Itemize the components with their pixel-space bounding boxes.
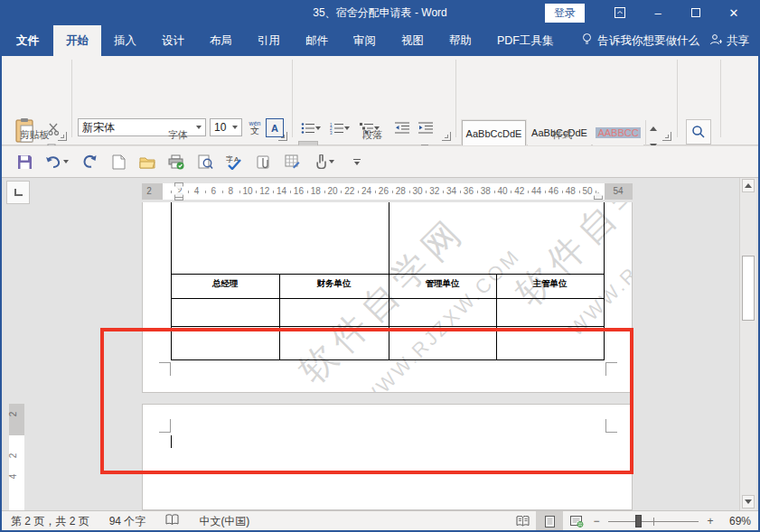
tab-help[interactable]: 帮助 [436,25,484,56]
ruler-tick [528,191,529,193]
table-header-cell[interactable]: 财务单位 [279,278,389,290]
vruler-margin-label: 2 [8,412,18,417]
vertical-ruler[interactable]: 2 2 4 [9,404,24,510]
ruler-tick [171,191,172,193]
ruler-tick [443,191,444,193]
ruler-number: 50 [581,186,594,196]
table-header-cell[interactable]: 管理单位 [389,278,496,290]
styles-group-label: 样式 [530,128,594,142]
maximize-button[interactable] [677,0,715,25]
zoom-out-button[interactable]: − [590,515,603,527]
zoom-slider[interactable] [608,511,699,531]
styles-dialog-launcher[interactable] [662,132,671,141]
qat-more-commands-icon[interactable] [345,150,369,173]
ruler-tick [273,191,274,193]
title-bar: 35、宿舍分配申请表 - Word 登录 – ✕ [2,0,758,25]
tab-review[interactable]: 审阅 [341,25,389,56]
ruler-number: 6 [207,186,220,196]
scroll-down-arrow[interactable] [742,495,755,509]
vertical-scrollbar[interactable] [739,178,756,510]
ruler-tick [545,191,546,193]
print-preview-icon[interactable] [193,150,217,173]
language-indicator[interactable]: 中文(中国) [199,514,249,529]
tab-view[interactable]: 视图 [389,25,436,56]
ruler-number: 22 [343,186,356,196]
tab-stop-selector[interactable] [6,181,30,204]
ruler-tick [358,191,359,193]
ruler-tick [511,191,511,193]
tab-mailings[interactable]: 邮件 [293,25,341,56]
person-icon [709,33,722,49]
scrollbar-thumb[interactable] [742,256,755,321]
tab-layout[interactable]: 布局 [197,25,245,56]
spelling-grammar-icon[interactable]: 字A [222,150,246,173]
zoom-slider-thumb[interactable] [635,515,642,527]
proofing-icon[interactable] [165,514,179,528]
status-bar: 第 2 页，共 2 页 94 个字 中文(中国) − + 69% [2,510,758,530]
clipboard-dialog-launcher[interactable] [58,132,67,141]
ruler-number: 8 [224,186,237,196]
save-icon[interactable] [13,150,36,173]
ruler-number: 20 [326,186,339,196]
ribbon-display-options-icon[interactable] [601,0,639,25]
styles-scroll-up[interactable] [646,120,661,137]
right-indent-marker[interactable] [594,192,603,200]
tab-references[interactable]: 引用 [245,25,293,56]
paragraph-dialog-launcher[interactable] [442,132,451,141]
find-button[interactable] [686,119,711,145]
ruler-tick [188,191,189,193]
ruler-tick [324,191,325,193]
font-size-combo[interactable]: 10 [210,118,242,136]
signin-button[interactable]: 登录 [545,4,585,23]
page-indicator[interactable]: 第 2 页，共 2 页 [11,514,89,529]
share-button[interactable]: 共享 [709,25,749,56]
tell-me-box[interactable]: 告诉我你想要做什么 [570,25,711,56]
attachment-icon[interactable] [251,150,275,173]
annotation-red-rectangle [100,328,633,474]
increase-indent-button[interactable] [416,118,436,137]
font-dialog-launcher[interactable] [278,132,287,141]
scroll-up-arrow[interactable] [742,179,755,192]
ruler-tick [579,191,580,193]
watermark-text: 软件自学网 [505,202,633,316]
web-layout-button[interactable] [563,511,590,531]
tab-file[interactable]: 文件 [2,25,53,56]
tab-home[interactable]: 开始 [53,25,101,56]
zoom-level[interactable]: 69% [717,515,751,527]
touch-mouse-mode-icon[interactable] [309,150,340,173]
paragraph-group-label: 段落 [341,128,404,142]
ruler-tick [290,191,291,193]
ruler-number: 4 [191,186,203,196]
phonetic-guide-icon[interactable]: wén文 [246,118,264,137]
bullet-list-button[interactable] [298,118,324,137]
ruler-number: 42 [513,186,526,196]
minimize-button[interactable]: – [639,0,677,25]
edit-table-icon[interactable] [280,150,304,173]
open-folder-icon[interactable] [136,150,159,173]
table-header-cell[interactable]: 主管单位 [496,278,604,290]
print-layout-button[interactable] [536,511,563,531]
ruler-number: 18 [309,186,322,196]
table-header-cell[interactable]: 总经理 [171,278,279,290]
quick-print-icon[interactable] [164,150,188,173]
ruler-tick [460,191,461,193]
ruler-tick [307,191,308,193]
horizontal-ruler[interactable]: 2 54 24681012141618202224262830323436384… [142,183,633,200]
redo-icon[interactable] [78,150,101,173]
left-indent-marker[interactable] [174,197,183,201]
ruler-number: 26 [377,186,389,196]
ruler-number: 14 [276,186,288,196]
new-document-icon[interactable] [107,150,130,173]
ruler-number: 44 [530,186,543,196]
word-count[interactable]: 94 个字 [109,514,146,529]
ruler-number: 36 [462,186,474,196]
tab-design[interactable]: 设计 [149,25,197,56]
undo-icon[interactable] [42,150,72,173]
tab-pdf-tools[interactable]: PDF工具集 [484,25,567,56]
close-button[interactable]: ✕ [715,0,753,25]
tab-insert[interactable]: 插入 [101,25,149,56]
ruler-tick [222,191,223,193]
read-mode-button[interactable] [509,511,536,531]
zoom-in-button[interactable]: + [704,515,717,527]
ruler-number: 16 [292,186,305,196]
